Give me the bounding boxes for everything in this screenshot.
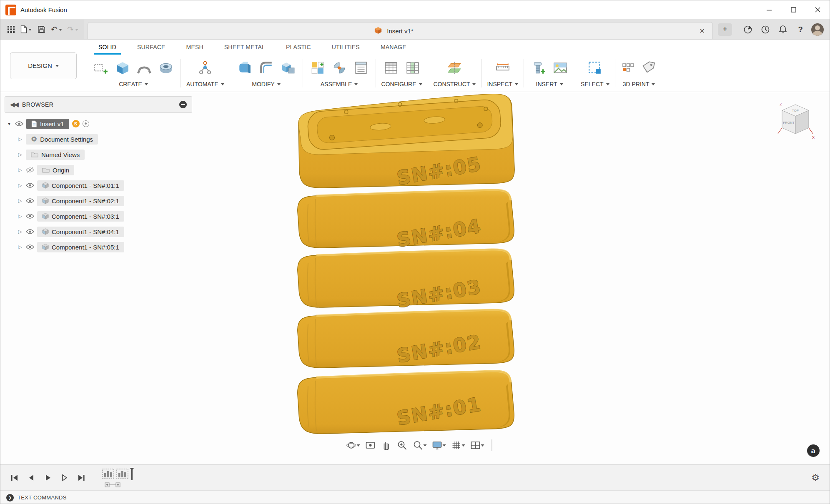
expand-caret-icon[interactable]: ▷ <box>17 136 23 142</box>
tab-sheet-metal[interactable]: SHEET METAL <box>214 40 276 55</box>
assistant-button[interactable]: a <box>807 444 820 457</box>
part-body-sn05[interactable]: SN#:05 <box>298 94 514 190</box>
root-document-pill[interactable]: Insert v1 <box>26 119 69 129</box>
maximize-button[interactable] <box>781 0 805 19</box>
visibility-off-eye-icon[interactable] <box>26 167 34 173</box>
timeline-settings-button[interactable]: ⚙ <box>809 471 822 484</box>
redo-button[interactable]: ↷ <box>65 22 80 37</box>
activate-component-radio[interactable] <box>83 120 89 127</box>
visibility-eye-icon[interactable] <box>26 182 34 188</box>
select-button[interactable] <box>586 58 604 78</box>
visibility-eye-icon[interactable] <box>26 244 34 250</box>
workspace-design-button[interactable]: DESIGN <box>10 52 77 79</box>
job-status-button[interactable] <box>759 23 772 36</box>
group-modify-dropdown[interactable]: MODIFY <box>252 81 280 87</box>
timeline-feature-groups[interactable] <box>102 468 156 488</box>
joint-button[interactable] <box>330 58 349 78</box>
visibility-eye-icon[interactable] <box>26 198 34 204</box>
fillet-button[interactable] <box>257 58 276 78</box>
file-menu-button[interactable] <box>19 22 33 37</box>
browser-item-document-settings[interactable]: ▷ ⚙ Document Settings <box>17 132 192 146</box>
view-cube[interactable]: Z TOP FRONT X <box>775 100 815 140</box>
browser-root-row[interactable]: ▾ Insert v1 S <box>6 117 192 130</box>
notifications-button[interactable] <box>776 23 790 36</box>
measure-button[interactable] <box>494 58 512 78</box>
visibility-eye-icon[interactable] <box>15 121 23 127</box>
insert-derive-button[interactable] <box>529 58 548 78</box>
expand-caret-icon[interactable]: ▷ <box>17 167 23 173</box>
expand-caret-icon[interactable]: ▷ <box>17 182 23 188</box>
expand-caret-icon[interactable]: ▷ <box>17 213 23 219</box>
browser-item-origin[interactable]: ▷ Origin <box>17 163 192 177</box>
tab-solid[interactable]: SOLID <box>88 40 127 55</box>
expand-caret-icon[interactable]: ▷ <box>17 152 23 157</box>
combine-button[interactable] <box>279 58 297 78</box>
browser-item-named-views[interactable]: ▷ Named Views <box>17 148 192 161</box>
group-3d-print-dropdown[interactable]: 3D PRINT <box>623 81 655 87</box>
configure-table-button[interactable] <box>382 58 400 78</box>
display-settings-button[interactable] <box>430 439 448 452</box>
app-grid-button[interactable] <box>5 22 17 37</box>
press-pull-button[interactable] <box>236 58 254 78</box>
orbit-button[interactable] <box>344 439 362 452</box>
timeline-go-to-end-button[interactable] <box>75 471 88 484</box>
bom-button[interactable] <box>352 58 370 78</box>
part-body-sn03[interactable]: SN#:03 <box>298 250 514 312</box>
user-avatar[interactable] <box>811 23 824 36</box>
new-component-button[interactable] <box>308 58 327 78</box>
hole-button[interactable] <box>157 58 175 78</box>
document-tab[interactable]: Insert v1* ✕ <box>88 22 713 39</box>
new-tab-button[interactable]: + <box>718 23 732 36</box>
expand-caret-icon[interactable]: ▷ <box>17 198 23 204</box>
browser-item-component-04[interactable]: ▷ Component1 - SN#:04:1 <box>17 225 192 238</box>
browser-item-component-02[interactable]: ▷ Component1 - SN#:02:1 <box>17 194 192 207</box>
undo-button[interactable]: ↶ <box>49 22 64 37</box>
construct-plane-button[interactable] <box>445 58 464 78</box>
document-tab-close-button[interactable]: ✕ <box>697 25 707 37</box>
print-components-button[interactable] <box>621 58 636 78</box>
text-commands-icon[interactable]: ❯ <box>6 494 14 502</box>
model-canvas[interactable]: SN#:05 SN#:04 SN#:03 SN#:02 SN#:01 <box>297 93 524 438</box>
grid-settings-button[interactable] <box>449 439 467 452</box>
part-body-sn02[interactable]: SN#:02 <box>298 310 514 368</box>
group-select-dropdown[interactable]: SELECT <box>581 81 609 87</box>
viewports-button[interactable] <box>469 439 486 452</box>
timeline-step-back-button[interactable] <box>25 471 38 484</box>
extrude-button[interactable] <box>113 58 132 78</box>
tab-surface[interactable]: SURFACE <box>127 40 176 55</box>
tab-utilities[interactable]: UTILITIES <box>321 40 370 55</box>
timeline-go-to-start-button[interactable] <box>8 471 21 484</box>
automate-button[interactable] <box>196 58 214 78</box>
group-assemble-dropdown[interactable]: ASSEMBLE <box>321 81 358 87</box>
group-configure-dropdown[interactable]: CONFIGURE <box>381 81 422 87</box>
minimize-button[interactable] <box>757 0 781 19</box>
revolve-button[interactable] <box>135 58 153 78</box>
look-at-button[interactable] <box>364 439 378 452</box>
group-insert-dropdown[interactable]: INSERT <box>536 81 563 87</box>
configuration-button[interactable] <box>404 58 422 78</box>
visibility-eye-icon[interactable] <box>26 229 34 235</box>
insert-canvas-button[interactable] <box>551 58 569 78</box>
help-button[interactable]: ? <box>794 23 807 36</box>
timeline-step-forward-button[interactable] <box>58 471 71 484</box>
browser-item-component-05[interactable]: ▷ Component1 - SN#:05:1 <box>17 240 192 254</box>
group-inspect-dropdown[interactable]: INSPECT <box>487 81 518 87</box>
visibility-eye-icon[interactable] <box>26 213 34 219</box>
timeline-play-button[interactable] <box>41 471 55 484</box>
tab-manage[interactable]: MANAGE <box>370 40 417 55</box>
expand-caret-icon[interactable]: ▷ <box>17 244 23 250</box>
part-body-sn04[interactable]: SN#:04 <box>298 190 514 252</box>
create-sketch-button[interactable] <box>92 58 110 78</box>
group-construct-dropdown[interactable]: CONSTRUCT <box>434 81 476 87</box>
browser-item-component-01[interactable]: ▷ Component1 - SN#:01:1 <box>17 179 192 192</box>
root-expand-caret-icon[interactable]: ▾ <box>6 121 12 127</box>
group-create-dropdown[interactable]: CREATE <box>119 81 148 87</box>
print-tag-button[interactable] <box>639 58 657 78</box>
tab-plastic[interactable]: PLASTIC <box>276 40 321 55</box>
collapse-browser-button[interactable] <box>179 101 187 108</box>
tab-mesh[interactable]: MESH <box>176 40 214 55</box>
pan-button[interactable] <box>379 439 394 452</box>
group-automate-dropdown[interactable]: AUTOMATE <box>186 81 224 87</box>
zoom-window-button[interactable] <box>395 439 409 452</box>
expand-caret-icon[interactable]: ▷ <box>17 229 23 235</box>
